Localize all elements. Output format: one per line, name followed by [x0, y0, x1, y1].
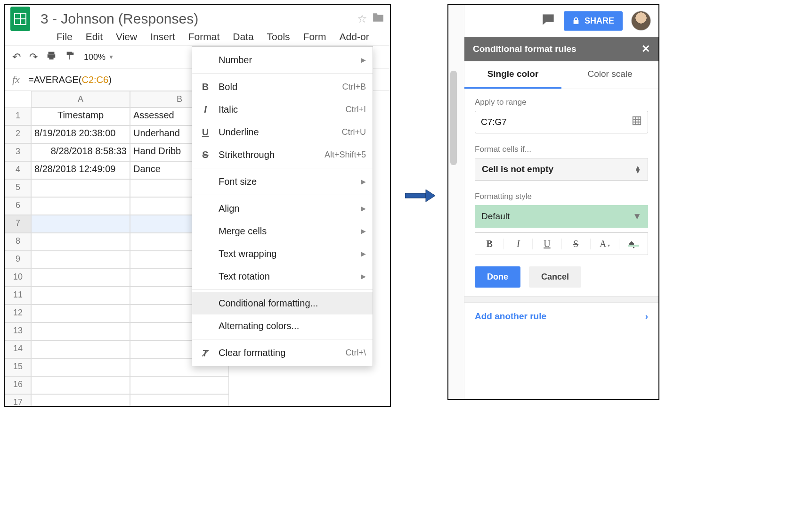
- paint-format-icon[interactable]: [65, 50, 75, 64]
- tab-single-color[interactable]: Single color: [464, 61, 561, 89]
- menu-bar: File Edit View Insert Format Data Tools …: [5, 29, 390, 45]
- cell[interactable]: [31, 179, 130, 197]
- row-header[interactable]: 5: [5, 179, 31, 197]
- folder-icon[interactable]: [372, 12, 384, 25]
- row-header[interactable]: 10: [5, 269, 31, 287]
- cell[interactable]: [31, 322, 130, 340]
- row-header[interactable]: 3: [5, 143, 31, 161]
- sheets-window: 3 - Johnson (Responses) ☆ File Edit View…: [4, 4, 391, 407]
- panel-divider: [464, 296, 658, 303]
- row-header[interactable]: 7: [5, 215, 31, 233]
- undo-icon[interactable]: ↶: [12, 51, 21, 63]
- menu-edit[interactable]: Edit: [86, 31, 103, 42]
- cell[interactable]: 8/19/2018 20:38:00: [31, 125, 130, 143]
- table-row[interactable]: 17: [5, 394, 390, 407]
- share-button[interactable]: SHARE: [564, 11, 623, 31]
- cell[interactable]: [130, 394, 229, 407]
- cell[interactable]: [31, 358, 130, 376]
- conditional-format-panel-window: SHARE Conditional format rules ✕ Single …: [447, 4, 659, 400]
- tab-color-scale[interactable]: Color scale: [561, 61, 658, 89]
- row-header[interactable]: 13: [5, 322, 31, 340]
- row-header[interactable]: 16: [5, 376, 31, 394]
- cell[interactable]: [31, 287, 130, 305]
- condition-value: Cell is not empty: [482, 164, 553, 174]
- select-arrows-icon: ▲▼: [634, 165, 641, 173]
- cancel-button[interactable]: Cancel: [529, 266, 581, 288]
- scrollbar-thumb[interactable]: [450, 71, 457, 165]
- italic-button[interactable]: I: [504, 239, 533, 249]
- menu-item-merge-cells[interactable]: Merge cells▶: [192, 220, 373, 242]
- menu-format[interactable]: Format: [188, 31, 220, 42]
- menu-form[interactable]: Form: [303, 31, 326, 42]
- row-header[interactable]: 11: [5, 287, 31, 305]
- cell[interactable]: [31, 251, 130, 269]
- cell[interactable]: 8/28/2018 8:58:33: [31, 143, 130, 161]
- row-header[interactable]: 2: [5, 125, 31, 143]
- cell[interactable]: [31, 215, 130, 233]
- menu-file[interactable]: File: [57, 31, 73, 42]
- avatar[interactable]: [631, 11, 651, 31]
- range-picker-icon[interactable]: [632, 116, 642, 129]
- row-header[interactable]: 1: [5, 107, 31, 125]
- row-header[interactable]: 15: [5, 358, 31, 376]
- menu-item-font-size[interactable]: Font size▶: [192, 170, 373, 193]
- print-icon[interactable]: [46, 50, 57, 64]
- menu-item-strikethrough[interactable]: SStrikethroughAlt+Shift+5: [192, 143, 373, 166]
- menu-item-conditional-formatting[interactable]: Conditional formatting...: [192, 292, 373, 314]
- zoom-select[interactable]: 100%▼: [84, 52, 114, 62]
- cell[interactable]: [31, 376, 130, 394]
- row-header[interactable]: 9: [5, 251, 31, 269]
- add-rule-button[interactable]: Add another rule ›: [464, 303, 658, 330]
- apply-range-input[interactable]: [481, 117, 632, 127]
- condition-select[interactable]: Cell is not empty ▲▼: [475, 158, 648, 181]
- menu-insert[interactable]: Insert: [150, 31, 175, 42]
- lock-icon: [572, 17, 580, 25]
- style-preset-select[interactable]: Default ▼: [475, 205, 648, 228]
- cell[interactable]: 8/28/2018 12:49:09: [31, 161, 130, 179]
- menu-item-clear-formatting[interactable]: Clear formattingCtrl+\: [192, 341, 373, 364]
- menu-item-underline[interactable]: UUnderlineCtrl+U: [192, 121, 373, 143]
- row-header[interactable]: 6: [5, 197, 31, 215]
- cell[interactable]: [31, 233, 130, 251]
- close-icon[interactable]: ✕: [641, 43, 650, 55]
- menu-item-bold[interactable]: BBoldCtrl+B: [192, 75, 373, 98]
- menu-item-text-rotation[interactable]: Text rotation▶: [192, 265, 373, 288]
- fill-color-button[interactable]: ▾: [619, 239, 648, 249]
- row-header[interactable]: 14: [5, 340, 31, 358]
- formatting-style-label: Formatting style: [475, 192, 648, 201]
- svg-marker-2: [426, 190, 435, 202]
- cell[interactable]: [130, 376, 229, 394]
- underline-button[interactable]: U: [533, 239, 561, 249]
- row-header[interactable]: 8: [5, 233, 31, 251]
- table-row[interactable]: 16: [5, 376, 390, 394]
- done-button[interactable]: Done: [475, 266, 520, 288]
- strikethrough-button[interactable]: S: [562, 239, 591, 249]
- menu-view[interactable]: View: [116, 31, 137, 42]
- apply-range-field[interactable]: [475, 111, 648, 133]
- menu-data[interactable]: Data: [233, 31, 253, 42]
- cell[interactable]: [31, 394, 130, 407]
- star-icon[interactable]: ☆: [357, 12, 367, 25]
- menu-tools[interactable]: Tools: [267, 31, 290, 42]
- menu-item-italic[interactable]: IItalicCtrl+I: [192, 98, 373, 121]
- text-color-button[interactable]: A▾: [591, 239, 619, 249]
- comments-icon[interactable]: [541, 13, 555, 29]
- menu-addons[interactable]: Add-or: [340, 31, 369, 42]
- document-title[interactable]: 3 - Johnson (Responses): [41, 11, 352, 27]
- cell[interactable]: [31, 269, 130, 287]
- row-header[interactable]: 4: [5, 161, 31, 179]
- bold-button[interactable]: B: [475, 239, 504, 249]
- cell[interactable]: Timestamp: [31, 107, 130, 125]
- row-header[interactable]: 12: [5, 305, 31, 322]
- col-header-a[interactable]: A: [31, 91, 130, 107]
- cell[interactable]: [31, 305, 130, 322]
- redo-icon[interactable]: ↷: [29, 51, 38, 63]
- formula-input[interactable]: =AVERAGE(C2:C6): [28, 74, 112, 85]
- menu-item-number[interactable]: Number▶: [192, 49, 373, 71]
- menu-item-text-wrapping[interactable]: Text wrapping▶: [192, 242, 373, 265]
- cell[interactable]: [31, 197, 130, 215]
- cell[interactable]: [31, 340, 130, 358]
- menu-item-align[interactable]: Align▶: [192, 197, 373, 220]
- row-header[interactable]: 17: [5, 394, 31, 407]
- menu-item-alternating-colors[interactable]: Alternating colors...: [192, 314, 373, 337]
